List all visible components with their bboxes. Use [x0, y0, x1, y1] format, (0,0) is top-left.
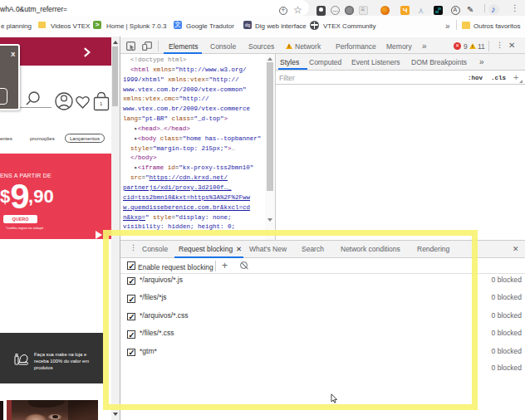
svg-text:1: 1 — [100, 101, 103, 106]
